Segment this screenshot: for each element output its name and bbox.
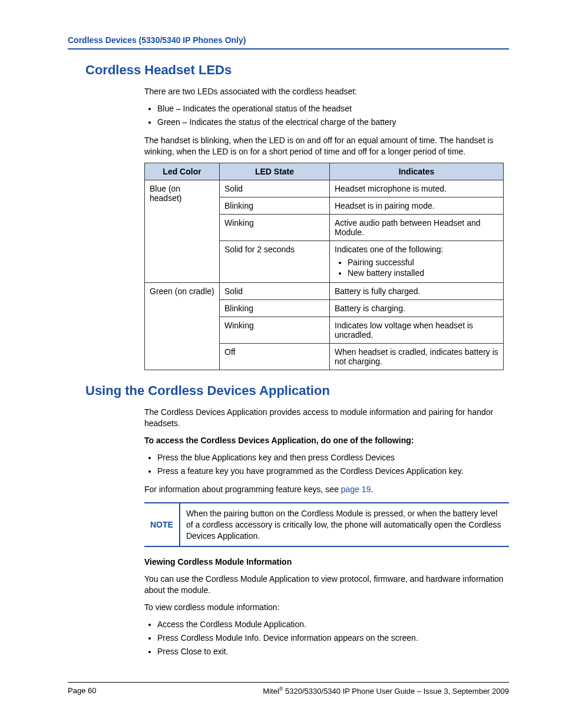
para-text: The handset is blinking, when the LED is…	[144, 135, 509, 157]
footer-right: Mitel® 5320/5330/5340 IP Phone User Guid…	[263, 686, 509, 696]
page-link[interactable]: page 19	[341, 485, 371, 494]
cell-indicates: Headset microphone is muted.	[330, 180, 504, 197]
para-text: The Cordless Devices Application provide…	[144, 407, 509, 429]
cell-indicates: Active audio path between Headset and Mo…	[330, 215, 504, 241]
para-text: To view cordless module information:	[144, 602, 509, 613]
section1-body: There are two LEDs associated with the c…	[144, 86, 509, 370]
footer-text: 5320/5330/5340 IP Phone User Guide – Iss…	[283, 687, 509, 696]
section-heading-app: Using the Cordless Devices Application	[85, 383, 509, 398]
cell-lead: Indicates one of the following:	[335, 245, 443, 254]
prog-text: For information about programming featur…	[144, 485, 341, 494]
note-content: When the pairing button on the Cordless …	[180, 503, 509, 546]
sub-heading: Viewing Cordless Module Information	[144, 556, 509, 568]
prog-para: For information about programming featur…	[144, 484, 509, 495]
table-row: Blue (on headset) Solid Headset micropho…	[145, 180, 504, 197]
note-box: NOTE When the pairing button on the Cord…	[144, 502, 509, 548]
cell-indicates: Headset is in pairing mode.	[330, 197, 504, 215]
sub-heading: To access the Cordless Devices Applicati…	[144, 435, 509, 446]
led-bullets: Blue – Indicates the operational status …	[144, 103, 509, 128]
bullet-item: Blue – Indicates the operational status …	[157, 103, 509, 114]
prog-after: .	[371, 485, 373, 494]
cell-indicates: Battery is fully charged.	[330, 283, 504, 300]
cell-indicates: When headset is cradled, indicates batte…	[330, 344, 504, 370]
cell-sub-item: Pairing successful	[348, 258, 498, 267]
document-page: Cordless Devices (5330/5340 IP Phones On…	[0, 0, 562, 728]
section2-body: The Cordless Devices Application provide…	[144, 407, 509, 657]
para-text: You can use the Cordless Module Applicat…	[144, 574, 509, 596]
running-header: Cordless Devices (5330/5340 IP Phones On…	[68, 35, 509, 50]
cell-led-color: Blue (on headset)	[145, 180, 220, 283]
page-footer: Page 60 Mitel® 5320/5330/5340 IP Phone U…	[68, 682, 509, 696]
cell-state: Solid	[220, 283, 330, 300]
note-label: NOTE	[144, 503, 180, 546]
cell-indicates: Indicates low voltage when headset is un…	[330, 317, 504, 344]
bullet-item: Press a feature key you have programmed …	[157, 466, 509, 477]
footer-brand: Mitel	[263, 687, 279, 696]
cell-led-color: Green (on cradle)	[145, 283, 220, 370]
cell-state: Winking	[220, 215, 330, 241]
cell-indicates: Battery is charging.	[330, 300, 504, 317]
cell-indicates: Indicates one of the following: Pairing …	[330, 241, 504, 283]
bullet-item: Access the Cordless Module Application.	[157, 619, 509, 630]
col-header: Indicates	[330, 163, 504, 180]
intro-text: There are two LEDs associated with the c…	[144, 86, 509, 97]
led-table: Led Color LED State Indicates Blue (on h…	[144, 163, 504, 370]
cell-state: Blinking	[220, 197, 330, 215]
table-row: Green (on cradle) Solid Battery is fully…	[145, 283, 504, 300]
footer-left: Page 60	[68, 686, 96, 696]
cell-state: Blinking	[220, 300, 330, 317]
bullet-item: Press Cordless Module Info. Device infor…	[157, 633, 509, 644]
access-bullets: Press the blue Applications key and then…	[144, 452, 509, 477]
cell-state: Winking	[220, 317, 330, 344]
bullet-item: Press Close to exit.	[157, 646, 509, 657]
cell-state: Solid for 2 seconds	[220, 241, 330, 283]
col-header: Led Color	[145, 163, 220, 180]
table-header-row: Led Color LED State Indicates	[145, 163, 504, 180]
bullet-item: Press the blue Applications key and then…	[157, 452, 509, 463]
bullet-item: Green – Indicates the status of the elec…	[157, 117, 509, 128]
section-heading-leds: Cordless Headset LEDs	[85, 62, 509, 78]
view-bullets: Access the Cordless Module Application. …	[144, 619, 509, 657]
cell-state: Solid	[220, 180, 330, 197]
cell-state: Off	[220, 344, 330, 370]
col-header: LED State	[220, 163, 330, 180]
cell-sub-item: New battery installed	[348, 268, 498, 278]
